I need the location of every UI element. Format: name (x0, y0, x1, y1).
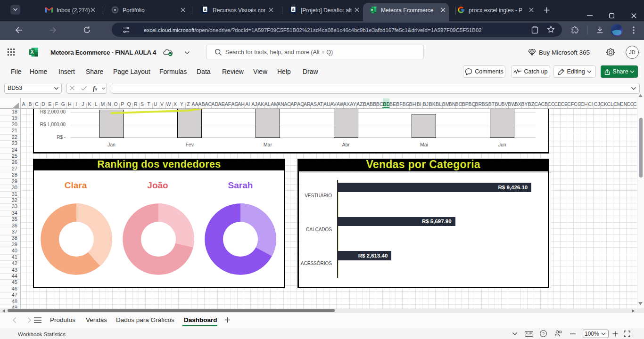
svg-text:?: ? (542, 331, 545, 336)
svg-text:X: X (31, 49, 34, 55)
svg-text:X: X (371, 8, 373, 12)
